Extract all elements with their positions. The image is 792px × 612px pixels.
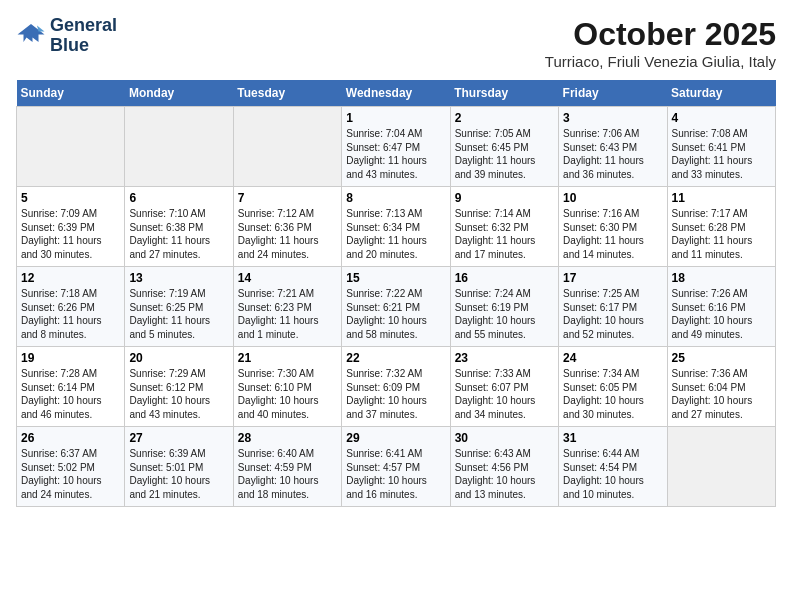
day-number: 29 bbox=[346, 431, 445, 445]
day-info: Sunrise: 7:14 AM Sunset: 6:32 PM Dayligh… bbox=[455, 207, 554, 261]
day-cell: 11Sunrise: 7:17 AM Sunset: 6:28 PM Dayli… bbox=[667, 187, 775, 267]
day-info: Sunrise: 7:10 AM Sunset: 6:38 PM Dayligh… bbox=[129, 207, 228, 261]
day-info: Sunrise: 7:06 AM Sunset: 6:43 PM Dayligh… bbox=[563, 127, 662, 181]
day-info: Sunrise: 7:26 AM Sunset: 6:16 PM Dayligh… bbox=[672, 287, 771, 341]
day-info: Sunrise: 6:37 AM Sunset: 5:02 PM Dayligh… bbox=[21, 447, 120, 501]
day-info: Sunrise: 7:28 AM Sunset: 6:14 PM Dayligh… bbox=[21, 367, 120, 421]
day-info: Sunrise: 7:16 AM Sunset: 6:30 PM Dayligh… bbox=[563, 207, 662, 261]
logo: General Blue bbox=[16, 16, 117, 56]
day-info: Sunrise: 7:25 AM Sunset: 6:17 PM Dayligh… bbox=[563, 287, 662, 341]
header-row: SundayMondayTuesdayWednesdayThursdayFrid… bbox=[17, 80, 776, 107]
day-cell: 20Sunrise: 7:29 AM Sunset: 6:12 PM Dayli… bbox=[125, 347, 233, 427]
day-number: 31 bbox=[563, 431, 662, 445]
day-cell: 25Sunrise: 7:36 AM Sunset: 6:04 PM Dayli… bbox=[667, 347, 775, 427]
day-cell: 12Sunrise: 7:18 AM Sunset: 6:26 PM Dayli… bbox=[17, 267, 125, 347]
week-row-1: 1Sunrise: 7:04 AM Sunset: 6:47 PM Daylig… bbox=[17, 107, 776, 187]
day-number: 17 bbox=[563, 271, 662, 285]
day-info: Sunrise: 7:33 AM Sunset: 6:07 PM Dayligh… bbox=[455, 367, 554, 421]
day-cell: 5Sunrise: 7:09 AM Sunset: 6:39 PM Daylig… bbox=[17, 187, 125, 267]
day-cell: 3Sunrise: 7:06 AM Sunset: 6:43 PM Daylig… bbox=[559, 107, 667, 187]
calendar-header: SundayMondayTuesdayWednesdayThursdayFrid… bbox=[17, 80, 776, 107]
day-number: 21 bbox=[238, 351, 337, 365]
header-cell-monday: Monday bbox=[125, 80, 233, 107]
day-cell: 31Sunrise: 6:44 AM Sunset: 4:54 PM Dayli… bbox=[559, 427, 667, 507]
day-cell: 29Sunrise: 6:41 AM Sunset: 4:57 PM Dayli… bbox=[342, 427, 450, 507]
day-number: 15 bbox=[346, 271, 445, 285]
day-number: 4 bbox=[672, 111, 771, 125]
day-cell bbox=[125, 107, 233, 187]
day-cell: 27Sunrise: 6:39 AM Sunset: 5:01 PM Dayli… bbox=[125, 427, 233, 507]
day-cell: 15Sunrise: 7:22 AM Sunset: 6:21 PM Dayli… bbox=[342, 267, 450, 347]
day-info: Sunrise: 7:08 AM Sunset: 6:41 PM Dayligh… bbox=[672, 127, 771, 181]
day-info: Sunrise: 7:12 AM Sunset: 6:36 PM Dayligh… bbox=[238, 207, 337, 261]
day-info: Sunrise: 7:09 AM Sunset: 6:39 PM Dayligh… bbox=[21, 207, 120, 261]
day-number: 2 bbox=[455, 111, 554, 125]
day-number: 12 bbox=[21, 271, 120, 285]
header-cell-wednesday: Wednesday bbox=[342, 80, 450, 107]
week-row-5: 26Sunrise: 6:37 AM Sunset: 5:02 PM Dayli… bbox=[17, 427, 776, 507]
day-info: Sunrise: 6:39 AM Sunset: 5:01 PM Dayligh… bbox=[129, 447, 228, 501]
day-info: Sunrise: 7:29 AM Sunset: 6:12 PM Dayligh… bbox=[129, 367, 228, 421]
page-header: General Blue October 2025 Turriaco, Friu… bbox=[16, 16, 776, 70]
day-info: Sunrise: 7:24 AM Sunset: 6:19 PM Dayligh… bbox=[455, 287, 554, 341]
day-cell: 4Sunrise: 7:08 AM Sunset: 6:41 PM Daylig… bbox=[667, 107, 775, 187]
day-info: Sunrise: 7:04 AM Sunset: 6:47 PM Dayligh… bbox=[346, 127, 445, 181]
day-cell: 21Sunrise: 7:30 AM Sunset: 6:10 PM Dayli… bbox=[233, 347, 341, 427]
day-cell: 30Sunrise: 6:43 AM Sunset: 4:56 PM Dayli… bbox=[450, 427, 558, 507]
day-number: 13 bbox=[129, 271, 228, 285]
day-cell: 7Sunrise: 7:12 AM Sunset: 6:36 PM Daylig… bbox=[233, 187, 341, 267]
day-info: Sunrise: 7:32 AM Sunset: 6:09 PM Dayligh… bbox=[346, 367, 445, 421]
day-cell: 6Sunrise: 7:10 AM Sunset: 6:38 PM Daylig… bbox=[125, 187, 233, 267]
day-info: Sunrise: 7:05 AM Sunset: 6:45 PM Dayligh… bbox=[455, 127, 554, 181]
day-number: 19 bbox=[21, 351, 120, 365]
calendar-body: 1Sunrise: 7:04 AM Sunset: 6:47 PM Daylig… bbox=[17, 107, 776, 507]
header-cell-friday: Friday bbox=[559, 80, 667, 107]
day-number: 24 bbox=[563, 351, 662, 365]
day-number: 3 bbox=[563, 111, 662, 125]
day-info: Sunrise: 7:19 AM Sunset: 6:25 PM Dayligh… bbox=[129, 287, 228, 341]
day-cell: 13Sunrise: 7:19 AM Sunset: 6:25 PM Dayli… bbox=[125, 267, 233, 347]
week-row-2: 5Sunrise: 7:09 AM Sunset: 6:39 PM Daylig… bbox=[17, 187, 776, 267]
day-number: 14 bbox=[238, 271, 337, 285]
day-cell: 26Sunrise: 6:37 AM Sunset: 5:02 PM Dayli… bbox=[17, 427, 125, 507]
day-number: 27 bbox=[129, 431, 228, 445]
day-cell: 2Sunrise: 7:05 AM Sunset: 6:45 PM Daylig… bbox=[450, 107, 558, 187]
day-number: 25 bbox=[672, 351, 771, 365]
day-cell bbox=[233, 107, 341, 187]
day-info: Sunrise: 7:34 AM Sunset: 6:05 PM Dayligh… bbox=[563, 367, 662, 421]
week-row-3: 12Sunrise: 7:18 AM Sunset: 6:26 PM Dayli… bbox=[17, 267, 776, 347]
day-cell bbox=[667, 427, 775, 507]
day-number: 30 bbox=[455, 431, 554, 445]
calendar-table: SundayMondayTuesdayWednesdayThursdayFrid… bbox=[16, 80, 776, 507]
day-info: Sunrise: 7:36 AM Sunset: 6:04 PM Dayligh… bbox=[672, 367, 771, 421]
day-cell: 1Sunrise: 7:04 AM Sunset: 6:47 PM Daylig… bbox=[342, 107, 450, 187]
day-cell: 17Sunrise: 7:25 AM Sunset: 6:17 PM Dayli… bbox=[559, 267, 667, 347]
week-row-4: 19Sunrise: 7:28 AM Sunset: 6:14 PM Dayli… bbox=[17, 347, 776, 427]
day-number: 5 bbox=[21, 191, 120, 205]
day-number: 7 bbox=[238, 191, 337, 205]
day-cell: 28Sunrise: 6:40 AM Sunset: 4:59 PM Dayli… bbox=[233, 427, 341, 507]
day-info: Sunrise: 7:21 AM Sunset: 6:23 PM Dayligh… bbox=[238, 287, 337, 341]
header-cell-tuesday: Tuesday bbox=[233, 80, 341, 107]
day-cell: 19Sunrise: 7:28 AM Sunset: 6:14 PM Dayli… bbox=[17, 347, 125, 427]
day-info: Sunrise: 7:13 AM Sunset: 6:34 PM Dayligh… bbox=[346, 207, 445, 261]
day-info: Sunrise: 6:44 AM Sunset: 4:54 PM Dayligh… bbox=[563, 447, 662, 501]
day-cell: 18Sunrise: 7:26 AM Sunset: 6:16 PM Dayli… bbox=[667, 267, 775, 347]
day-number: 6 bbox=[129, 191, 228, 205]
day-cell: 8Sunrise: 7:13 AM Sunset: 6:34 PM Daylig… bbox=[342, 187, 450, 267]
day-number: 8 bbox=[346, 191, 445, 205]
location-title: Turriaco, Friuli Venezia Giulia, Italy bbox=[545, 53, 776, 70]
day-cell: 24Sunrise: 7:34 AM Sunset: 6:05 PM Dayli… bbox=[559, 347, 667, 427]
month-title: October 2025 bbox=[545, 16, 776, 53]
day-cell: 22Sunrise: 7:32 AM Sunset: 6:09 PM Dayli… bbox=[342, 347, 450, 427]
day-number: 26 bbox=[21, 431, 120, 445]
title-block: October 2025 Turriaco, Friuli Venezia Gi… bbox=[545, 16, 776, 70]
day-cell bbox=[17, 107, 125, 187]
logo-icon bbox=[16, 21, 46, 51]
svg-marker-0 bbox=[18, 24, 45, 42]
day-number: 28 bbox=[238, 431, 337, 445]
day-info: Sunrise: 7:30 AM Sunset: 6:10 PM Dayligh… bbox=[238, 367, 337, 421]
day-number: 11 bbox=[672, 191, 771, 205]
day-number: 1 bbox=[346, 111, 445, 125]
day-info: Sunrise: 7:22 AM Sunset: 6:21 PM Dayligh… bbox=[346, 287, 445, 341]
